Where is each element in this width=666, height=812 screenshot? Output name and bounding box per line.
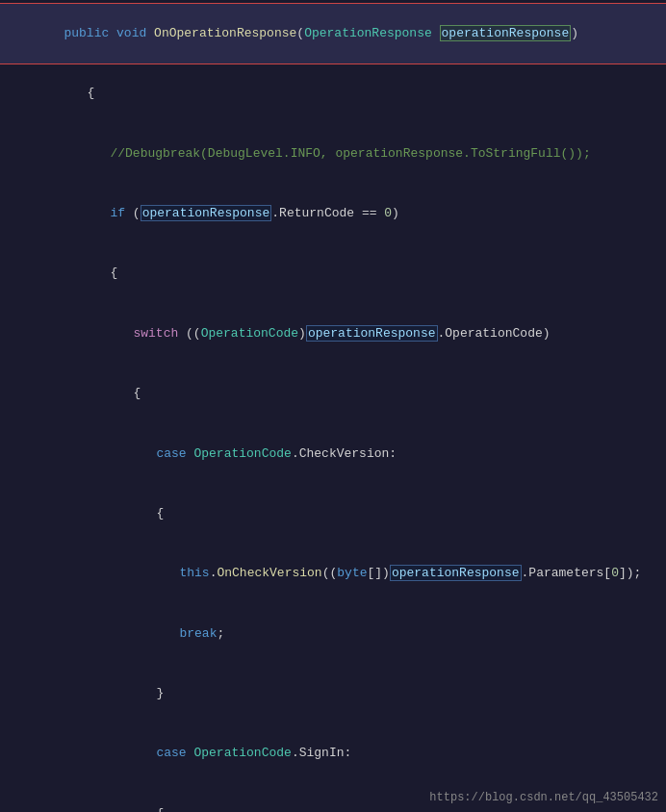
line-9: { [0,484,666,544]
line-1: public void OnOperationResponse(Operatio… [0,4,666,63]
param-operationresponse-1: operationResponse [390,565,522,581]
line-6-content: switch ((OperationCode)operationResponse… [4,304,658,364]
keyword-switch: switch [133,326,178,341]
line-3: //Debugbreak(DebugLevel.INFO, operationR… [0,124,666,184]
param-operationresponse-switch: operationResponse [306,325,438,342]
keyword-this-1: this [179,566,209,580]
line-6: switch ((OperationCode)operationResponse… [0,304,666,364]
type-operationresponse: OperationResponse [304,26,432,40]
line-8: case OperationCode.CheckVersion: [0,424,666,484]
line-4: if (operationResponse.ReturnCode == 0) [0,184,666,243]
line-4-content: if (operationResponse.ReturnCode == 0) [4,184,658,243]
line-5-content: { [4,244,658,304]
open-brace-1: { [87,86,94,100]
code-editor: public void OnOperationResponse(Operatio… [0,0,666,812]
code-block: public void OnOperationResponse(Operatio… [0,0,666,812]
param-operationresponse-if: operationResponse [141,205,272,221]
param-operationresponse-highlight: operationResponse [440,25,572,41]
line-3-content: //Debugbreak(DebugLevel.INFO, operationR… [4,124,658,184]
keyword-if: if [110,206,125,220]
line-10: this.OnCheckVersion((byte[])operationRes… [0,545,666,604]
keyword-void: void [116,26,146,40]
line-10-content: this.OnCheckVersion((byte[])operationRes… [4,545,658,604]
line-9-content: { [4,484,658,544]
line-13: case OperationCode.SignIn: [0,724,666,784]
method-name: OnOperationResponse [154,26,296,40]
line-7-content: { [4,364,658,423]
keyword-break-1: break [179,626,217,641]
keyword-public: public [64,26,109,40]
line-11-content: break; [4,604,658,664]
comment-debugbreak: //Debugbreak(DebugLevel.INFO, operationR… [110,146,590,161]
line-2: { [0,63,666,123]
line-12: } [0,664,666,723]
line-2-content: { [4,63,658,123]
line-7: { [0,364,666,423]
line-5: { [0,244,666,304]
line-13-content: case OperationCode.SignIn: [4,724,658,784]
keyword-case-2: case [156,746,186,760]
watermark: https://blog.csdn.net/qq_43505432 [429,791,658,804]
line-8-content: case OperationCode.CheckVersion: [4,424,658,484]
line-12-content: } [4,664,658,723]
line-1-content: public void OnOperationResponse(Operatio… [4,4,658,63]
keyword-case-1: case [156,446,186,461]
line-11: break; [0,604,666,664]
